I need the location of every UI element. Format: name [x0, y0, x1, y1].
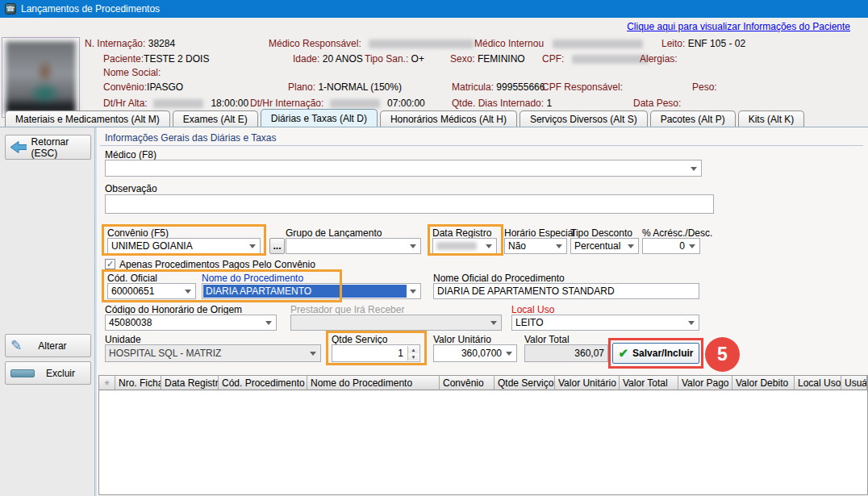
grupo-lancamento-combo[interactable] [286, 238, 421, 254]
qtde-servico-label: Qtde Serviço [332, 334, 387, 345]
tab-materiais-medicamentos[interactable]: Materiais e Medicamentos (Alt M) [5, 110, 170, 127]
group-divider [100, 145, 863, 146]
col-convenio[interactable]: Convênio [440, 376, 495, 390]
chevron-down-icon [265, 321, 272, 325]
medico-internou: Médico Internou [474, 38, 643, 49]
tab-servicos-diversos[interactable]: Serviços Diversos (Alt S) [520, 110, 648, 127]
horario-especial-combo[interactable]: Não [504, 238, 567, 254]
chevron-down-icon [310, 352, 316, 356]
tipo-sanguineo: Tipo San.: O+ [365, 53, 424, 65]
procedures-table: ✳ Nro. Ficha Data Registro Cód. Procedim… [98, 375, 868, 495]
leito: Leito: ENF 105 - 02 [661, 38, 745, 49]
convenio-browse-button[interactable]: ... [269, 238, 285, 254]
valor-total-label: Valor Total [524, 334, 570, 345]
col-data-registro[interactable]: Data Registro [161, 376, 219, 390]
apenas-pagos-checkbox[interactable]: ✓ [105, 259, 115, 269]
cpf: CPF: [542, 53, 649, 65]
alterar-button[interactable]: ✎ Alterar [5, 334, 91, 357]
redacted-value [553, 40, 643, 48]
salvar-incluir-button[interactable]: ✔ Salvar/Incluir [612, 343, 699, 364]
col-nome-procedimento[interactable]: Nome do Procedimento [307, 376, 440, 390]
cod-honorario-combo[interactable]: 45080038 [105, 315, 277, 331]
idade: Idade: 20 ANOS [293, 53, 363, 65]
valor-unitario-combo[interactable]: 360,0700 [433, 344, 517, 362]
spin-up-icon[interactable]: ▲ [408, 346, 419, 353]
tipo-desconto-label: Tipo Desconto [570, 227, 632, 239]
chevron-down-icon [556, 244, 562, 248]
chevron-down-icon [185, 290, 191, 294]
cpf-responsavel: CPF Responsável: [542, 81, 623, 93]
convenio-header: Convênio:IPASGO [103, 81, 183, 93]
sidebar: Retornar (ESC) ✎ Alterar Excluir [0, 127, 95, 496]
form-panel: Informações Gerais das Diárias e Taxas M… [95, 127, 868, 496]
redacted-value [369, 40, 474, 48]
tipo-desconto-combo[interactable]: Percentual [570, 238, 639, 254]
chevron-down-icon [689, 244, 695, 248]
arrow-left-icon [10, 141, 27, 153]
col-cod-procedimento[interactable]: Cód. Procedimento [219, 376, 307, 390]
patient-info-link[interactable]: Clique aqui para visualizar Informações … [627, 21, 850, 32]
chevron-down-icon [506, 352, 512, 356]
qtde-servico-spinner[interactable]: 1 ▲▼ [332, 344, 420, 362]
col-valor-total[interactable]: Valor Total [620, 376, 678, 390]
redacted-value [572, 55, 649, 64]
retornar-button[interactable]: Retornar (ESC) [5, 135, 91, 160]
peso: Peso: [692, 81, 717, 93]
cod-oficial-combo[interactable]: 60000651 [107, 283, 196, 299]
col-valor-debito[interactable]: Valor Debito [732, 376, 795, 390]
alergias: Alergias: [640, 53, 678, 65]
check-icon: ✔ [619, 346, 629, 361]
cod-oficial-label: Cód. Oficial [107, 273, 157, 284]
nome-procedimento-label: Nome do Procedimento [202, 273, 303, 284]
pencil-icon: ✎ [10, 337, 22, 354]
col-nro-ficha[interactable]: Nro. Ficha [115, 376, 161, 390]
tab-honorarios-medicos[interactable]: Honorários Médicos (Alt H) [380, 110, 517, 127]
tab-diarias-taxas[interactable]: Diárias e Taxas (Alt D) [261, 109, 378, 127]
col-qtde-servico[interactable]: Qtde Serviço [495, 376, 555, 390]
local-uso-combo[interactable]: LEITO [511, 315, 699, 331]
step-5-badge: 5 [705, 337, 740, 372]
spinner-buttons[interactable]: ▲▼ [407, 346, 419, 361]
col-usuario[interactable]: Usuário [841, 376, 867, 390]
tab-kits[interactable]: Kits (Alt K) [738, 110, 805, 127]
chevron-down-icon [249, 244, 256, 248]
patient-photo-image [6, 41, 76, 114]
tab-exames[interactable]: Exames (Alt E) [173, 110, 258, 127]
redacted-value [153, 99, 203, 108]
prestador-label: Prestador que Irá Receber [290, 304, 404, 315]
convenio-f5-label: Convênio (F5) [107, 227, 169, 239]
data-registro-combo[interactable] [432, 238, 497, 254]
tab-bar: Materiais e Medicamentos (Alt M) Exames … [0, 109, 868, 127]
observacao-label: Observação [105, 183, 157, 194]
valor-total-field: 360,07 [524, 344, 608, 362]
window-title: Lançamentos de Procedimentos [21, 3, 160, 15]
col-valor-pago[interactable]: Valor Pago [678, 376, 732, 390]
qtde-dias-internado: Qtde. Dias Internado: 1 [452, 98, 552, 109]
excluir-button[interactable]: Excluir [5, 361, 91, 385]
valor-unitario-label: Valor Unitário [433, 334, 491, 345]
observacao-input[interactable] [105, 194, 714, 214]
nome-social: Nome Social: [103, 67, 161, 78]
chevron-down-icon [691, 167, 697, 171]
selected-procedure: DIARIA APARTAMENTO [203, 285, 407, 298]
medico-responsavel: Médico Responsável: [269, 38, 474, 49]
convenio-combo[interactable]: UNIMED GOIANIA [107, 238, 261, 254]
redacted-value [436, 242, 477, 250]
tab-pacotes[interactable]: Pacotes (Alt P) [650, 110, 736, 127]
acresc-desc-combo[interactable]: 0 [642, 238, 700, 254]
sexo: Sexo: FEMININO [450, 53, 525, 65]
data-registro-label: Data Registro [432, 227, 491, 239]
nome-procedimento-combo[interactable]: DIARIA APARTAMENTO [202, 283, 421, 299]
col-valor-unitario[interactable]: Valor Unitário [555, 376, 620, 390]
unidade-label: Unidade [105, 334, 141, 345]
procedure-launch-window: ☎ Lançamentos de Procedimentos Clique aq… [0, 0, 868, 496]
medico-combo[interactable] [105, 160, 702, 177]
grupo-lancamento-label: Grupo de Lançamento [286, 227, 382, 239]
patient-photo [2, 37, 80, 118]
col-local-uso[interactable]: Local Uso [795, 376, 841, 390]
nome-oficial-input[interactable]: DIARIA DE APARTAMENTO STANDARD [433, 283, 699, 299]
delete-bar-icon [10, 369, 35, 377]
data-peso: Data Peso: [633, 98, 681, 109]
table-header-row: ✳ Nro. Ficha Data Registro Cód. Procedim… [99, 376, 867, 390]
spin-down-icon[interactable]: ▼ [408, 353, 419, 361]
